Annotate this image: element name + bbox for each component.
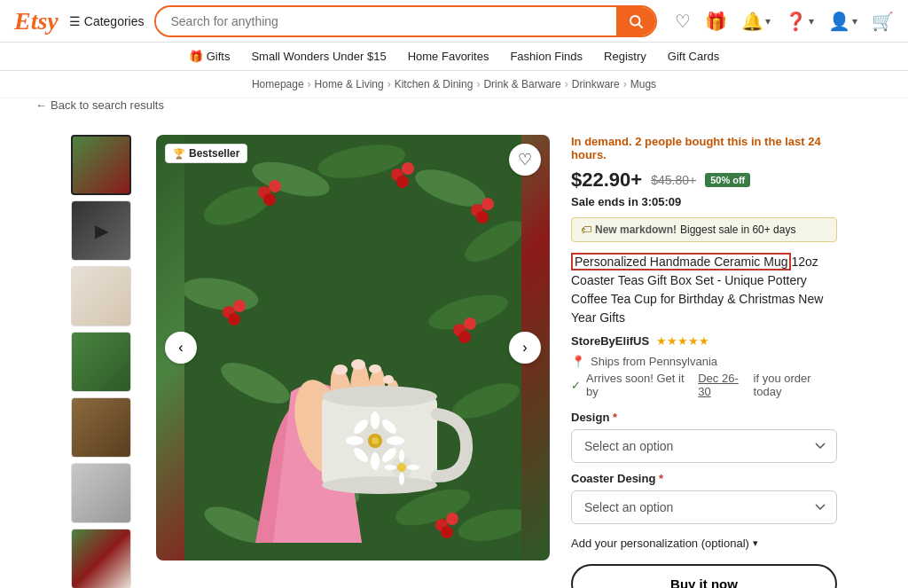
gift-icon[interactable]: 🎁	[705, 11, 727, 32]
demand-text: In demand. 2 people bought this in the l…	[571, 135, 837, 161]
check-icon: ✓	[571, 379, 581, 392]
breadcrumb-home-living[interactable]: Home & Living	[315, 78, 384, 90]
svg-point-60	[399, 450, 404, 462]
product-image-svg	[184, 135, 521, 561]
seller-row: StoreByElifUS ★★★★★	[571, 334, 837, 348]
svg-point-62	[384, 465, 396, 470]
search-bar	[154, 5, 657, 37]
svg-point-45	[322, 476, 437, 494]
page-content: ← Back to search results ▶ Bestseller ♡ …	[0, 98, 908, 588]
help-icon[interactable]: ❓▾	[785, 11, 814, 32]
etsy-logo: Etsy	[14, 7, 59, 35]
design-required: *	[613, 411, 617, 424]
nav-bar: 🎁 Gifts Small Wonders Under $15 Home Fav…	[0, 43, 908, 71]
svg-point-49	[371, 452, 380, 470]
arrow-left-icon: ←	[35, 98, 47, 112]
breadcrumb-drinkware[interactable]: Drinkware	[572, 78, 620, 90]
svg-point-44	[322, 386, 437, 407]
discount-badge: 50% off	[705, 173, 750, 187]
svg-point-27	[228, 313, 240, 325]
svg-point-32	[446, 513, 458, 525]
categories-button[interactable]: ☰ Categories	[69, 14, 145, 28]
svg-point-63	[407, 465, 419, 470]
categories-label: Categories	[84, 14, 145, 28]
svg-point-39	[333, 365, 348, 375]
svg-point-24	[476, 211, 489, 223]
personalization-toggle[interactable]: Add your personalization (optional) ▾	[571, 537, 837, 550]
arrives-date[interactable]: Dec 26-30	[698, 372, 748, 398]
svg-point-57	[372, 437, 379, 444]
svg-point-30	[458, 331, 471, 343]
location-icon: 📍	[571, 355, 585, 368]
product-price: $22.90+	[571, 169, 642, 192]
notifications-icon[interactable]: 🔔▾	[741, 11, 771, 32]
save-to-favorites-button[interactable]: ♡	[509, 144, 541, 176]
svg-point-61	[399, 473, 404, 485]
thumbnail-7[interactable]	[71, 529, 131, 588]
svg-point-18	[263, 193, 276, 206]
seller-name[interactable]: StoreByElifUS	[571, 334, 649, 348]
favorites-icon[interactable]: ♡	[675, 11, 691, 32]
star-rating: ★★★★★	[656, 334, 709, 348]
svg-point-17	[269, 180, 281, 192]
breadcrumb-homepage[interactable]: Homepage	[252, 78, 304, 90]
hamburger-icon: ☰	[69, 14, 81, 28]
svg-point-42	[383, 375, 394, 384]
thumbnail-6[interactable]	[71, 463, 131, 523]
nav-item-giftcards[interactable]: Gift Cards	[668, 50, 720, 63]
thumbnail-2[interactable]: ▶	[71, 200, 131, 261]
thumbnail-4[interactable]	[71, 332, 131, 392]
search-button[interactable]	[616, 7, 655, 35]
nav-item-gifts[interactable]: 🎁 Gifts	[189, 50, 231, 63]
svg-point-0	[630, 16, 640, 26]
breadcrumb-mugs[interactable]: Mugs	[630, 78, 656, 90]
svg-line-1	[638, 24, 642, 27]
product-layout: ▶ Bestseller ♡ ‹ ›	[35, 121, 873, 588]
thumbnail-list: ▶	[71, 135, 135, 588]
thumbnail-3[interactable]	[71, 266, 131, 326]
design-select[interactable]: Select an option	[571, 429, 837, 463]
account-icon[interactable]: 👤▾	[828, 11, 857, 32]
main-image-area: Bestseller ♡ ‹ ›	[156, 135, 550, 588]
back-to-results[interactable]: ← Back to search results	[35, 98, 873, 112]
markdown-banner: 🏷 New markdown! Biggest sale in 60+ days	[571, 217, 837, 242]
nav-item-home[interactable]: Home Favorites	[408, 50, 489, 63]
buy-now-button[interactable]: Buy it now	[571, 564, 837, 588]
coaster-required: *	[659, 472, 663, 485]
original-price: $45.80+	[651, 173, 696, 187]
svg-point-48	[371, 412, 380, 429]
prev-image-button[interactable]: ‹	[165, 332, 197, 364]
svg-point-41	[369, 365, 381, 373]
cart-icon[interactable]: 🛒	[872, 11, 894, 32]
nav-item-registry[interactable]: Registry	[604, 50, 646, 63]
svg-point-20	[402, 162, 414, 175]
svg-point-50	[346, 436, 364, 445]
header-icons: ♡ 🎁 🔔▾ ❓▾ 👤▾ 🛒	[675, 11, 894, 32]
breadcrumb-drink-barware[interactable]: Drink & Barware	[483, 78, 560, 90]
svg-point-40	[351, 359, 365, 370]
nav-item-wonders[interactable]: Small Wonders Under $15	[251, 50, 386, 63]
shipping-info: 📍 Ships from Pennsylvania	[571, 355, 837, 368]
coaster-select[interactable]: Select an option	[571, 490, 837, 524]
tag-icon: 🏷	[581, 223, 591, 236]
svg-point-59	[397, 463, 406, 472]
chevron-down-icon: ▾	[753, 537, 758, 549]
svg-point-21	[396, 176, 409, 188]
next-image-button[interactable]: ›	[509, 332, 541, 364]
svg-point-29	[464, 318, 476, 330]
nav-item-fashion[interactable]: Fashion Finds	[510, 50, 583, 63]
thumbnail-1[interactable]	[71, 135, 131, 195]
thumbnail-5[interactable]	[71, 397, 131, 458]
header: Etsy ☰ Categories ♡ 🎁 🔔▾ ❓▾ 👤▾ 🛒	[0, 0, 908, 43]
breadcrumb-kitchen-dining[interactable]: Kitchen & Dining	[395, 78, 474, 90]
coaster-label: Coaster Desing *	[571, 472, 837, 485]
product-title-highlighted: Personalized Handmade Ceramic Mug	[571, 253, 791, 270]
svg-point-23	[481, 198, 494, 210]
design-label: Design *	[571, 411, 837, 424]
svg-point-26	[233, 300, 246, 312]
bestseller-badge: Bestseller	[165, 144, 247, 163]
svg-point-51	[387, 436, 404, 445]
search-input[interactable]	[156, 14, 616, 28]
gift-nav-icon: 🎁	[189, 50, 203, 63]
sale-ends: Sale ends in 3:05:09	[571, 195, 837, 208]
